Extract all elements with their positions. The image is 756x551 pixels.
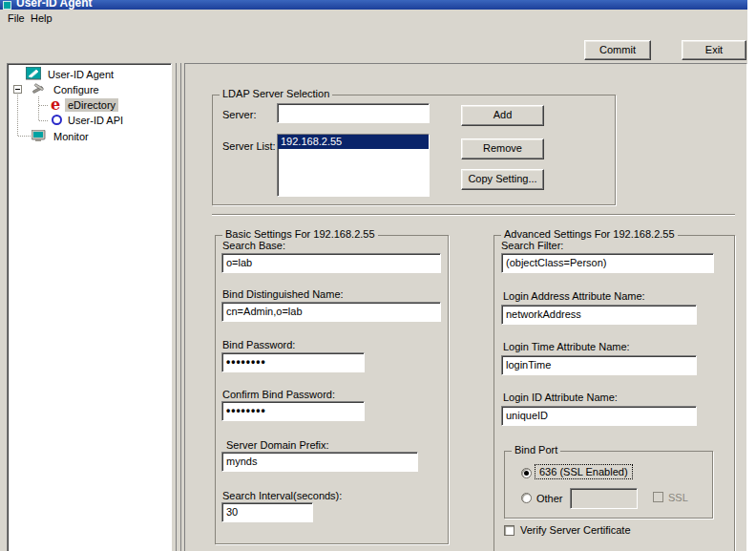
panel-splitter[interactable] [176,63,181,551]
search-base-input[interactable]: o=lab [221,253,441,273]
server-domain-prefix-label: Server Domain Prefix: [226,439,329,451]
edirectory-icon: e [51,98,60,111]
tree-item-edirectory[interactable]: eDirectory [65,98,118,112]
remove-button[interactable]: Remove [461,138,544,159]
menu-file[interactable]: File [4,11,29,26]
ldap-group-title: LDAP Server Selection [220,88,332,99]
login-address-attr-label: Login Address Attribute Name: [503,290,645,302]
bind-dn-label: Bind Distinguished Name: [222,288,344,300]
monitor-icon [32,130,46,144]
search-interval-label: Search Interval(seconds): [222,490,342,501]
bind-password-input[interactable]: •••••••• [221,352,365,372]
verify-cert-checkbox[interactable] [504,525,514,536]
copy-setting-button[interactable]: Copy Setting... [461,169,544,190]
server-label: Server: [222,109,256,120]
other-port-radio[interactable] [521,493,532,503]
section-separator [212,214,735,216]
configure-tools-icon [32,83,46,97]
tree-expand-icon[interactable] [13,85,22,94]
confirm-bind-password-label: Confirm Bind Password: [222,389,335,400]
app-window: User-ID Agent File Help Commit Exit User… [0,0,747,551]
basic-settings-title: Basic Settings For 192.168.2.55 [222,228,378,240]
login-id-attr-label: Login ID Attribute Name: [503,392,618,403]
login-id-attr-input[interactable]: uniqueID [501,406,697,426]
tree-line [39,120,48,121]
tree-item-user-id-agent[interactable]: User-ID Agent [45,68,116,81]
login-time-attr-input[interactable]: loginTime [501,355,697,375]
commit-button[interactable]: Commit [584,40,651,60]
login-time-attr-label: Login Time Attribute Name: [503,341,630,352]
bind-password-label: Bind Password: [222,339,295,350]
bind-port-title: Bind Port [512,444,560,456]
app-icon [3,1,11,10]
server-list-item-selected[interactable]: 192.168.2.55 [278,135,429,149]
server-list-label: Server List: [222,140,276,152]
tree-item-user-id-api[interactable]: User-ID API [65,114,126,127]
bind-dn-input[interactable]: cn=Admin,o=lab [221,302,441,322]
add-button[interactable]: Add [461,105,544,126]
tree-item-monitor[interactable]: Monitor [51,130,92,143]
tree-item-configure[interactable]: Configure [51,83,102,96]
advanced-settings-title: Advanced Settings For 192.168.2.55 [501,228,678,240]
user-id-api-icon [52,115,62,125]
ssl-checkbox-label: SSL [668,492,688,503]
server-listbox[interactable]: 192.168.2.55 [277,134,430,197]
tree-line [18,136,31,137]
title-bar[interactable]: User-ID Agent [0,0,747,10]
confirm-bind-password-input[interactable]: •••••••• [221,401,365,421]
tree-line [39,105,48,106]
search-filter-label: Search Filter: [501,240,563,251]
search-base-label: Search Base: [222,240,285,251]
server-domain-prefix-input[interactable]: mynds [221,452,418,472]
menu-help[interactable]: Help [27,11,56,26]
verify-cert-label[interactable]: Verify Server Certificate [520,524,631,536]
server-input[interactable] [277,103,430,123]
tree-line [17,91,18,136]
search-filter-input[interactable]: (objectClass=Person) [501,253,714,273]
ssl-port-radio[interactable] [521,468,532,478]
user-id-agent-icon [26,67,41,82]
ssl-checkbox [653,492,663,502]
exit-button[interactable]: Exit [682,40,746,60]
login-address-attr-input[interactable]: networkAddress [501,305,697,325]
search-interval-input[interactable]: 30 [221,502,313,522]
menu-bar: File Help [0,10,747,27]
tree-line [38,96,39,120]
window-title: User-ID Agent [16,0,93,10]
other-port-radio-label[interactable]: Other [536,493,563,504]
ssl-port-radio-label[interactable]: 636 (SSL Enabled) [535,464,633,479]
other-port-input [570,488,638,509]
